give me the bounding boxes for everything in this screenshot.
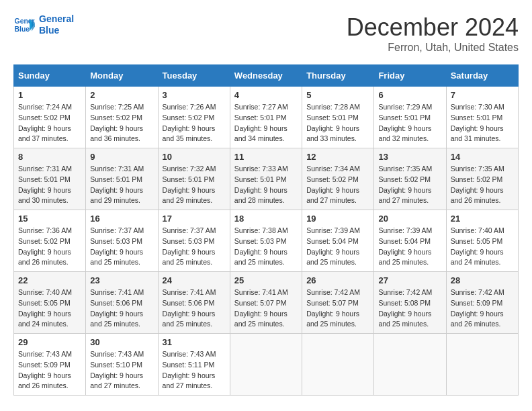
day-number: 22 [18,275,81,285]
calendar-cell: 16 Sunrise: 7:37 AM Sunset: 5:03 PM Dayl… [86,210,158,272]
day-number: 10 [163,152,226,162]
week-row-2: 8 Sunrise: 7:31 AM Sunset: 5:01 PM Dayli… [14,148,519,210]
day-number: 3 [163,90,226,100]
calendar-cell: 18 Sunrise: 7:38 AM Sunset: 5:03 PM Dayl… [230,210,302,272]
day-number: 11 [234,152,298,162]
day-number: 25 [234,275,298,285]
day-number: 12 [306,152,369,162]
month-title: December 2024 [347,13,519,42]
day-number: 30 [90,337,153,347]
calendar-cell: 24 Sunrise: 7:41 AM Sunset: 5:06 PM Dayl… [158,272,230,334]
day-number: 21 [451,214,514,224]
day-number: 29 [18,337,81,347]
calendar-cell: 5 Sunrise: 7:28 AM Sunset: 5:01 PM Dayli… [302,87,374,148]
day-info: Sunrise: 7:33 AM Sunset: 5:01 PM Dayligh… [234,164,298,206]
day-info: Sunrise: 7:39 AM Sunset: 5:04 PM Dayligh… [306,226,369,268]
day-number: 28 [451,275,514,285]
calendar-cell: 4 Sunrise: 7:27 AM Sunset: 5:01 PM Dayli… [230,87,302,148]
calendar-header-row: SundayMondayTuesdayWednesdayThursdayFrid… [14,65,519,87]
day-info: Sunrise: 7:43 AM Sunset: 5:10 PM Dayligh… [90,349,153,392]
day-number: 18 [234,214,298,224]
day-number: 15 [18,214,81,224]
day-info: Sunrise: 7:31 AM Sunset: 5:01 PM Dayligh… [18,164,81,206]
day-number: 8 [18,152,81,162]
calendar-cell: 17 Sunrise: 7:37 AM Sunset: 5:03 PM Dayl… [158,210,230,272]
calendar-cell: 8 Sunrise: 7:31 AM Sunset: 5:01 PM Dayli… [14,148,86,210]
day-info: Sunrise: 7:36 AM Sunset: 5:02 PM Dayligh… [18,226,81,268]
day-info: Sunrise: 7:31 AM Sunset: 5:01 PM Dayligh… [90,164,153,206]
day-info: Sunrise: 7:26 AM Sunset: 5:02 PM Dayligh… [163,102,226,144]
day-number: 4 [234,90,298,100]
day-number: 24 [163,275,226,285]
calendar-cell: 19 Sunrise: 7:39 AM Sunset: 5:04 PM Dayl… [302,210,374,272]
calendar-cell: 6 Sunrise: 7:29 AM Sunset: 5:01 PM Dayli… [374,87,446,148]
calendar-cell [374,334,446,396]
day-info: Sunrise: 7:37 AM Sunset: 5:03 PM Dayligh… [90,226,153,268]
calendar-cell: 7 Sunrise: 7:30 AM Sunset: 5:01 PM Dayli… [446,87,518,148]
day-number: 20 [378,214,441,224]
day-info: Sunrise: 7:38 AM Sunset: 5:03 PM Dayligh… [234,226,298,268]
calendar-cell: 13 Sunrise: 7:35 AM Sunset: 5:02 PM Dayl… [374,148,446,210]
page-header: General Blue General Blue December 2024 … [13,13,519,54]
calendar-cell: 26 Sunrise: 7:42 AM Sunset: 5:07 PM Dayl… [302,272,374,334]
day-number: 16 [90,214,153,224]
day-number: 26 [306,275,369,285]
day-info: Sunrise: 7:30 AM Sunset: 5:01 PM Dayligh… [451,102,514,144]
calendar-cell: 14 Sunrise: 7:35 AM Sunset: 5:02 PM Dayl… [446,148,518,210]
day-info: Sunrise: 7:35 AM Sunset: 5:02 PM Dayligh… [451,164,514,206]
day-info: Sunrise: 7:32 AM Sunset: 5:01 PM Dayligh… [163,164,226,206]
day-number: 19 [306,214,369,224]
day-info: Sunrise: 7:25 AM Sunset: 5:02 PM Dayligh… [90,102,153,144]
calendar-cell: 12 Sunrise: 7:34 AM Sunset: 5:02 PM Dayl… [302,148,374,210]
day-info: Sunrise: 7:43 AM Sunset: 5:11 PM Dayligh… [163,349,226,392]
calendar-cell [302,334,374,396]
calendar-cell: 22 Sunrise: 7:40 AM Sunset: 5:05 PM Dayl… [14,272,86,334]
day-number: 7 [451,90,514,100]
header-monday: Monday [86,65,158,87]
calendar-cell: 28 Sunrise: 7:42 AM Sunset: 5:09 PM Dayl… [446,272,518,334]
calendar-cell: 29 Sunrise: 7:43 AM Sunset: 5:09 PM Dayl… [14,334,86,396]
week-row-4: 22 Sunrise: 7:40 AM Sunset: 5:05 PM Dayl… [14,272,519,334]
title-block: December 2024 Ferron, Utah, United State… [347,13,519,54]
day-number: 27 [378,275,441,285]
day-number: 5 [306,90,369,100]
day-info: Sunrise: 7:40 AM Sunset: 5:05 PM Dayligh… [451,226,514,268]
header-sunday: Sunday [14,65,86,87]
day-info: Sunrise: 7:24 AM Sunset: 5:02 PM Dayligh… [18,102,81,144]
week-row-5: 29 Sunrise: 7:43 AM Sunset: 5:09 PM Dayl… [14,334,519,396]
day-number: 9 [90,152,153,162]
calendar-cell: 25 Sunrise: 7:41 AM Sunset: 5:07 PM Dayl… [230,272,302,334]
location: Ferron, Utah, United States [347,42,519,54]
calendar-cell: 15 Sunrise: 7:36 AM Sunset: 5:02 PM Dayl… [14,210,86,272]
week-row-1: 1 Sunrise: 7:24 AM Sunset: 5:02 PM Dayli… [14,87,519,148]
logo-blue: Blue [39,25,74,36]
svg-text:Blue: Blue [15,25,30,32]
calendar-cell [230,334,302,396]
day-number: 31 [163,337,226,347]
logo-general: General [39,13,74,25]
week-row-3: 15 Sunrise: 7:36 AM Sunset: 5:02 PM Dayl… [14,210,519,272]
day-number: 1 [18,90,81,100]
day-number: 2 [90,90,153,100]
day-info: Sunrise: 7:28 AM Sunset: 5:01 PM Dayligh… [306,102,369,144]
day-number: 14 [451,152,514,162]
calendar-cell: 20 Sunrise: 7:39 AM Sunset: 5:04 PM Dayl… [374,210,446,272]
day-number: 13 [378,152,441,162]
day-number: 23 [90,275,153,285]
day-info: Sunrise: 7:41 AM Sunset: 5:06 PM Dayligh… [90,287,153,330]
day-info: Sunrise: 7:42 AM Sunset: 5:08 PM Dayligh… [378,287,441,330]
day-info: Sunrise: 7:42 AM Sunset: 5:07 PM Dayligh… [306,287,369,330]
day-info: Sunrise: 7:27 AM Sunset: 5:01 PM Dayligh… [234,102,298,144]
calendar-cell: 23 Sunrise: 7:41 AM Sunset: 5:06 PM Dayl… [86,272,158,334]
day-info: Sunrise: 7:37 AM Sunset: 5:03 PM Dayligh… [163,226,226,268]
day-info: Sunrise: 7:41 AM Sunset: 5:06 PM Dayligh… [163,287,226,330]
header-thursday: Thursday [302,65,374,87]
logo-icon: General Blue [13,14,35,36]
day-info: Sunrise: 7:34 AM Sunset: 5:02 PM Dayligh… [306,164,369,206]
calendar-cell: 11 Sunrise: 7:33 AM Sunset: 5:01 PM Dayl… [230,148,302,210]
day-info: Sunrise: 7:29 AM Sunset: 5:01 PM Dayligh… [378,102,441,144]
day-info: Sunrise: 7:42 AM Sunset: 5:09 PM Dayligh… [451,287,514,330]
logo: General Blue General Blue [13,13,74,36]
calendar-cell: 1 Sunrise: 7:24 AM Sunset: 5:02 PM Dayli… [14,87,86,148]
calendar-cell: 30 Sunrise: 7:43 AM Sunset: 5:10 PM Dayl… [86,334,158,396]
